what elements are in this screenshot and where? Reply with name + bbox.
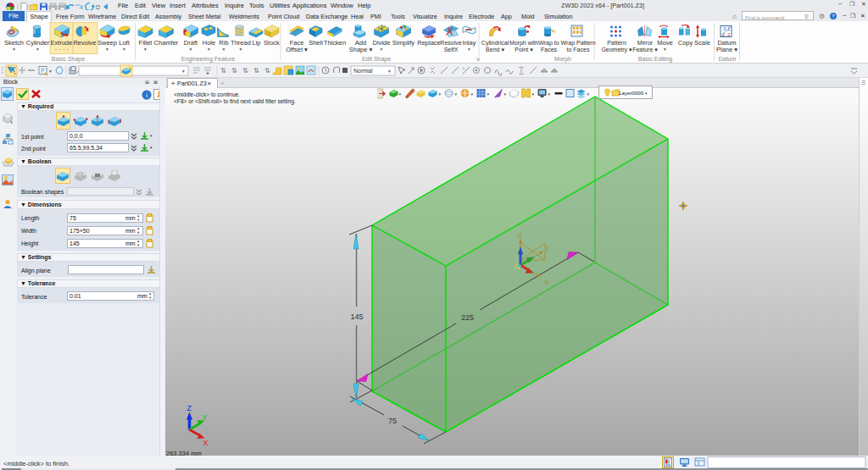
svg-text:▾: ▾ xyxy=(471,91,474,97)
svg-text:▾: ▾ xyxy=(399,91,402,97)
svg-text:Shell: Shell xyxy=(309,39,323,47)
svg-text:Thread: Thread xyxy=(231,39,251,47)
svg-text:▾: ▾ xyxy=(388,69,391,74)
svg-text:Shape ▾: Shape ▾ xyxy=(349,46,373,53)
svg-text:▾: ▾ xyxy=(532,91,535,97)
svg-text:Simplify: Simplify xyxy=(392,39,415,47)
svg-text:Mirror: Mirror xyxy=(637,40,654,46)
svg-text:▾: ▾ xyxy=(664,47,666,52)
svg-text:▾: ▾ xyxy=(36,47,39,52)
svg-text:Scale: Scale xyxy=(694,39,710,47)
svg-text:Y: Y xyxy=(545,245,550,252)
svg-text:Lip: Lip xyxy=(252,39,260,47)
svg-text:▾: ▾ xyxy=(587,91,590,97)
svg-text:75: 75 xyxy=(388,417,397,425)
svg-text:▾: ▾ xyxy=(468,47,470,52)
svg-text:Z: Z xyxy=(518,231,522,239)
svg-text:Bend ▾: Bend ▾ xyxy=(486,47,504,53)
svg-text:SelfX: SelfX xyxy=(444,47,459,53)
svg-text:Normal: Normal xyxy=(353,68,373,74)
svg-text:Z: Z xyxy=(187,404,192,412)
svg-text:▾: ▾ xyxy=(455,91,458,97)
svg-text:Sweep: Sweep xyxy=(97,39,117,47)
svg-text:Plane ▾: Plane ▾ xyxy=(716,46,737,53)
svg-text:Copy: Copy xyxy=(678,39,693,47)
svg-text:▾: ▾ xyxy=(144,47,147,52)
svg-text:225: 225 xyxy=(461,313,474,322)
svg-text:▾: ▾ xyxy=(240,47,242,52)
svg-text:⇅: ⇅ xyxy=(231,67,237,75)
svg-text:Layer0000: Layer0000 xyxy=(619,90,644,96)
svg-text:▾: ▾ xyxy=(49,69,52,74)
svg-text:Cylinder: Cylinder xyxy=(26,39,50,47)
svg-text:Thicken: Thicken xyxy=(324,39,346,47)
svg-text:Datum: Datum xyxy=(719,56,737,62)
svg-text:Wrap Pattern: Wrap Pattern xyxy=(560,40,595,47)
svg-text:Extrude: Extrude xyxy=(51,39,73,47)
svg-text:Edit Shape: Edit Shape xyxy=(362,56,391,63)
svg-text:▾: ▾ xyxy=(381,47,383,52)
svg-text:⇅: ⇅ xyxy=(220,67,226,75)
svg-text:X: X xyxy=(203,439,209,447)
svg-text:▾: ▾ xyxy=(182,69,185,74)
svg-text:Replace: Replace xyxy=(417,39,441,47)
svg-text:▾: ▾ xyxy=(548,91,551,97)
svg-text:Loft: Loft xyxy=(119,39,130,47)
svg-text:Wrap to: Wrap to xyxy=(538,40,559,47)
svg-text:▾: ▾ xyxy=(504,91,507,97)
svg-text:Engineering Feature: Engineering Feature xyxy=(181,56,236,63)
svg-text:▾: ▾ xyxy=(439,91,442,97)
svg-text:▾: ▾ xyxy=(13,47,15,52)
svg-text:Rib: Rib xyxy=(219,39,228,47)
svg-text:X: X xyxy=(544,279,549,286)
svg-text:Faces: Faces xyxy=(541,47,558,53)
svg-text:▾: ▾ xyxy=(208,47,210,52)
svg-text:145: 145 xyxy=(350,312,363,321)
svg-text:▾: ▾ xyxy=(106,47,108,52)
svg-text:Hole: Hole xyxy=(203,39,215,47)
svg-text:Offset ▾: Offset ▾ xyxy=(286,46,308,53)
svg-text:Resolve: Resolve xyxy=(440,40,461,46)
svg-text:Pattern: Pattern xyxy=(607,40,626,46)
svg-text:▾: ▾ xyxy=(190,47,192,52)
svg-text:⇅: ⇅ xyxy=(253,67,259,75)
svg-text:Point ▾: Point ▾ xyxy=(515,47,533,53)
svg-text:Basic Editing: Basic Editing xyxy=(638,56,673,63)
svg-text:Move: Move xyxy=(657,39,672,47)
svg-text:Sketch: Sketch xyxy=(4,39,24,47)
svg-text:Divide: Divide xyxy=(373,39,391,47)
svg-text:Morph: Morph xyxy=(554,56,571,63)
svg-text:▾: ▾ xyxy=(223,47,225,52)
svg-text:Draft: Draft xyxy=(184,39,198,47)
svg-text:Fillet: Fillet xyxy=(139,39,153,47)
svg-text:⇲: ⇲ xyxy=(476,57,480,62)
svg-text:▾: ▾ xyxy=(487,91,490,97)
svg-text:Basic Shape: Basic Shape xyxy=(52,56,85,63)
svg-text:Feature ▾: Feature ▾ xyxy=(632,47,658,53)
svg-text:⇅: ⇅ xyxy=(264,67,270,75)
svg-text:Chamfer: Chamfer xyxy=(154,39,179,47)
svg-text:▾: ▾ xyxy=(123,47,125,52)
svg-text:Revolve: Revolve xyxy=(73,39,96,47)
svg-text:Geometry ▾: Geometry ▾ xyxy=(601,47,632,53)
svg-text:Inlay: Inlay xyxy=(463,39,476,47)
svg-text:Y: Y xyxy=(203,413,208,422)
svg-text:⇅: ⇅ xyxy=(242,67,248,75)
svg-text:Morph with: Morph with xyxy=(509,40,538,47)
svg-text:to Faces: to Faces xyxy=(567,47,590,53)
svg-text:Cylindrical: Cylindrical xyxy=(481,40,509,47)
svg-text:Stock: Stock xyxy=(264,39,280,47)
